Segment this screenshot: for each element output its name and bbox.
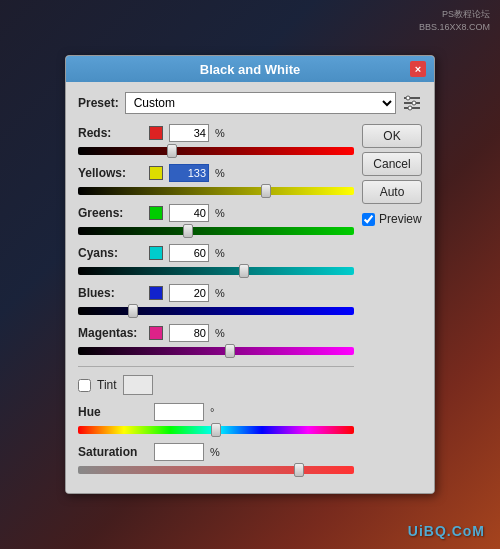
buttons-panel: OK Cancel Auto Preview xyxy=(362,124,422,483)
top-watermark: PS教程论坛 BBS.16XX8.COM xyxy=(419,8,490,33)
cyans-input[interactable] xyxy=(169,244,209,262)
greens-row: Greens: % xyxy=(78,204,354,238)
greens-input[interactable] xyxy=(169,204,209,222)
reds-bar xyxy=(78,147,354,155)
sliders-panel: Reds: % Yellows: xyxy=(78,124,354,483)
svg-point-5 xyxy=(408,106,412,110)
watermark: UiBQ.CoM xyxy=(408,523,485,539)
reds-thumb[interactable] xyxy=(167,144,177,158)
preview-label: Preview xyxy=(379,212,422,226)
saturation-slider[interactable] xyxy=(78,463,354,477)
hue-slider[interactable] xyxy=(78,423,354,437)
greens-label: Greens: xyxy=(78,206,143,220)
preview-row: Preview xyxy=(362,212,422,226)
yellows-thumb[interactable] xyxy=(261,184,271,198)
magentas-input[interactable] xyxy=(169,324,209,342)
magentas-bar xyxy=(78,347,354,355)
preset-icon[interactable] xyxy=(402,93,422,113)
yellows-row: Yellows: % xyxy=(78,164,354,198)
greens-thumb[interactable] xyxy=(183,224,193,238)
cyans-slider[interactable] xyxy=(78,264,354,278)
cyans-row: Cyans: % xyxy=(78,244,354,278)
magentas-slider[interactable] xyxy=(78,344,354,358)
greens-bar xyxy=(78,227,354,235)
tint-row: Tint xyxy=(78,375,354,395)
tint-swatch[interactable] xyxy=(123,375,153,395)
preview-checkbox[interactable] xyxy=(362,213,375,226)
saturation-input[interactable] xyxy=(154,443,204,461)
saturation-bar xyxy=(78,466,354,474)
divider xyxy=(78,366,354,367)
main-content: Reds: % Yellows: xyxy=(78,124,422,483)
preset-row: Preset: Custom xyxy=(78,92,422,114)
magentas-percent: % xyxy=(215,327,225,339)
preset-label: Preset: xyxy=(78,96,119,110)
close-button[interactable]: × xyxy=(410,61,426,77)
yellows-percent: % xyxy=(215,167,225,179)
titlebar: Black and White × xyxy=(66,56,434,82)
svg-point-3 xyxy=(406,96,410,100)
reds-swatch xyxy=(149,126,163,140)
reds-label: Reds: xyxy=(78,126,143,140)
blues-percent: % xyxy=(215,287,225,299)
magentas-row: Magentas: % xyxy=(78,324,354,358)
blues-bar xyxy=(78,307,354,315)
saturation-thumb[interactable] xyxy=(294,463,304,477)
dialog-body: Preset: Custom Reds: xyxy=(66,82,434,493)
tint-checkbox[interactable] xyxy=(78,379,91,392)
yellows-slider[interactable] xyxy=(78,184,354,198)
reds-input[interactable] xyxy=(169,124,209,142)
magentas-swatch xyxy=(149,326,163,340)
reds-row: Reds: % xyxy=(78,124,354,158)
cyans-label: Cyans: xyxy=(78,246,143,260)
hue-unit: ° xyxy=(210,406,214,418)
yellows-label: Yellows: xyxy=(78,166,143,180)
dialog-title: Black and White xyxy=(90,62,410,77)
greens-swatch xyxy=(149,206,163,220)
blues-thumb[interactable] xyxy=(128,304,138,318)
saturation-row: Saturation % xyxy=(78,443,354,477)
blues-label: Blues: xyxy=(78,286,143,300)
auto-button[interactable]: Auto xyxy=(362,180,422,204)
blues-row: Blues: % xyxy=(78,284,354,318)
magentas-label: Magentas: xyxy=(78,326,143,340)
svg-point-4 xyxy=(412,101,416,105)
reds-percent: % xyxy=(215,127,225,139)
hue-thumb[interactable] xyxy=(211,423,221,437)
hue-input[interactable] xyxy=(154,403,204,421)
tint-label: Tint xyxy=(97,378,117,392)
dialog-window: Black and White × Preset: Custom xyxy=(65,55,435,494)
hue-label: Hue xyxy=(78,405,148,419)
cyans-swatch xyxy=(149,246,163,260)
cyans-percent: % xyxy=(215,247,225,259)
hue-row: Hue ° xyxy=(78,403,354,437)
yellows-bar xyxy=(78,187,354,195)
greens-percent: % xyxy=(215,207,225,219)
preset-select[interactable]: Custom xyxy=(125,92,396,114)
yellows-swatch xyxy=(149,166,163,180)
reds-slider[interactable] xyxy=(78,144,354,158)
cancel-button[interactable]: Cancel xyxy=(362,152,422,176)
ok-button[interactable]: OK xyxy=(362,124,422,148)
yellows-input[interactable] xyxy=(169,164,209,182)
saturation-label: Saturation xyxy=(78,445,148,459)
blues-slider[interactable] xyxy=(78,304,354,318)
blues-swatch xyxy=(149,286,163,300)
saturation-unit: % xyxy=(210,446,220,458)
greens-slider[interactable] xyxy=(78,224,354,238)
cyans-thumb[interactable] xyxy=(239,264,249,278)
cyans-bar xyxy=(78,267,354,275)
magentas-thumb[interactable] xyxy=(225,344,235,358)
blues-input[interactable] xyxy=(169,284,209,302)
hue-bar xyxy=(78,426,354,434)
